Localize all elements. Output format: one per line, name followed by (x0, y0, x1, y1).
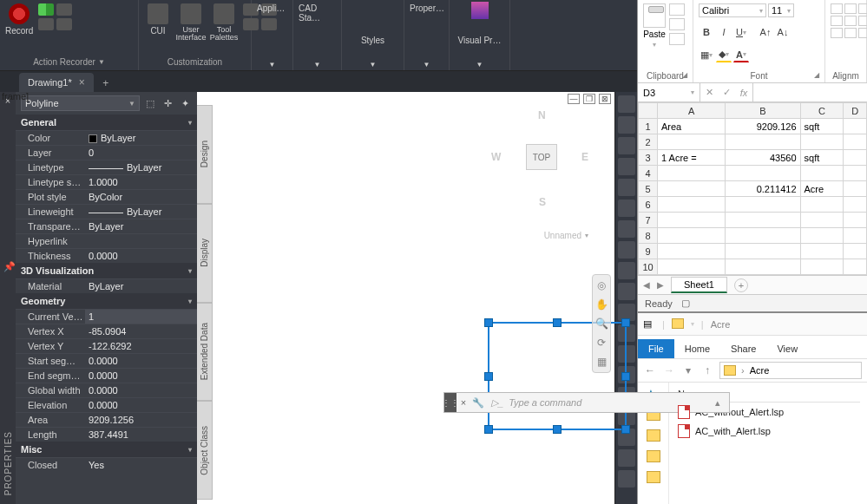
prop-value[interactable]: 1.0000 (85, 175, 197, 189)
prop-row[interactable]: End segme…0.0000 (16, 368, 197, 383)
close-icon[interactable]: ⊠ (599, 94, 611, 104)
row-header[interactable]: 6 (639, 197, 658, 213)
cell[interactable] (800, 228, 844, 244)
drawing-canvas[interactable]: — ❐ ⊠ TOP N S E W Unnamed ▾ (197, 92, 614, 504)
cell[interactable]: 43560 (726, 150, 800, 166)
prop-row[interactable]: ClosedYes (16, 457, 197, 472)
cell[interactable] (726, 228, 800, 244)
chevron-down-icon[interactable]: ▾ (691, 320, 694, 328)
add-tab-button[interactable]: + (97, 75, 115, 92)
italic-button[interactable]: I (716, 24, 732, 40)
borders-button[interactable]: ▦▾ (699, 47, 714, 62)
bold-button[interactable]: B (699, 24, 714, 40)
prop-row[interactable]: Hyperlink (16, 233, 197, 248)
grip-vertex[interactable] (484, 425, 493, 434)
dialog-launcher-icon[interactable]: ◢ (814, 71, 819, 79)
cell[interactable] (844, 213, 867, 228)
column-header[interactable]: C (800, 103, 844, 119)
panel-title-customization[interactable]: Customization (144, 56, 246, 69)
cell[interactable] (844, 259, 867, 275)
cell[interactable] (844, 197, 867, 213)
object-type-dropdown[interactable]: Polyline ▼ (21, 95, 140, 111)
font-name-combobox[interactable]: Calibri▾ (699, 3, 766, 17)
cell[interactable] (658, 181, 726, 197)
recorder-icon-4[interactable] (56, 18, 72, 30)
column-header[interactable]: A (658, 103, 726, 119)
file-item[interactable]: AC_with_Alert.lsp (676, 422, 860, 441)
zoom-extents-icon[interactable]: 🔍 (594, 317, 608, 331)
user-interface-button[interactable]: User Interface (177, 3, 205, 42)
side-tab-object-class[interactable]: Object Class (197, 401, 213, 500)
record-button[interactable]: Record (5, 3, 33, 36)
toolbar-icon[interactable] (618, 241, 635, 259)
tab-view[interactable]: View (766, 339, 808, 358)
pin-icon[interactable]: 📌 (3, 261, 12, 270)
row-header[interactable]: 10 (639, 259, 658, 275)
tab-share[interactable]: Share (720, 339, 766, 358)
cell[interactable] (844, 134, 867, 150)
cell[interactable] (658, 213, 726, 228)
row-header[interactable]: 8 (639, 228, 658, 244)
up-icon[interactable]: ↑ (700, 364, 714, 376)
row-header[interactable]: 9 (639, 244, 658, 259)
cell[interactable] (800, 166, 844, 181)
align-left-icon[interactable] (831, 16, 843, 26)
toggle-pickadd-icon[interactable]: ✦ (178, 96, 192, 110)
side-tab-display[interactable]: Display (197, 204, 213, 303)
recorder-tools[interactable] (38, 3, 72, 30)
prop-value[interactable]: 0.0000 (85, 369, 197, 383)
cell[interactable] (726, 166, 800, 181)
cell[interactable] (658, 166, 726, 181)
orbit-icon[interactable]: ⟳ (594, 336, 608, 350)
prop-value[interactable]: Yes (85, 458, 197, 472)
cell[interactable] (658, 244, 726, 259)
viewcube-east[interactable]: E (581, 151, 588, 163)
ribbon-panel-applications[interactable]: Appli… ▼ (252, 0, 293, 70)
prop-section-misc[interactable]: Misc▾ (16, 442, 197, 457)
cut-icon[interactable] (669, 3, 685, 16)
toolbar-icon[interactable] (618, 470, 635, 488)
align-right-icon[interactable] (858, 16, 867, 26)
column-header[interactable]: B (726, 103, 800, 119)
name-box[interactable]: D3▾ (638, 83, 700, 101)
prop-value[interactable]: 0.0000 (85, 249, 197, 263)
panel-title-action-recorder[interactable]: Action Recorder ▼ (5, 56, 133, 69)
show-motion-icon[interactable]: ▦ (594, 355, 608, 369)
prop-row[interactable]: Global width0.0000 (16, 383, 197, 397)
cell[interactable]: 1 Acre = (658, 150, 726, 166)
toolbar-icon[interactable] (618, 449, 635, 467)
prop-value[interactable]: 0.0000 (85, 383, 197, 397)
close-icon[interactable]: × (79, 76, 85, 88)
cell[interactable]: Area (658, 119, 726, 134)
cell[interactable] (726, 213, 800, 228)
forward-icon[interactable]: → (662, 364, 676, 376)
cell[interactable]: 0.211412 (726, 181, 800, 197)
sheet-nav-prev-icon[interactable]: ◀ (643, 280, 650, 290)
drawing-tab[interactable]: Drawing1* × (19, 73, 94, 92)
tool-palettes-button[interactable]: Tool Palettes (210, 3, 238, 42)
grip-vertex[interactable] (484, 318, 493, 327)
formula-bar[interactable] (753, 83, 867, 101)
prop-section-viz3d[interactable]: 3D Visualization▾ (16, 263, 197, 278)
grip-midpoint[interactable] (553, 318, 562, 327)
toolbar-icon[interactable] (618, 262, 635, 279)
tab-home[interactable]: Home (674, 339, 720, 358)
folder-icon[interactable] (647, 429, 660, 442)
cell[interactable] (800, 134, 844, 150)
prop-row[interactable]: Vertex Y-122.6292 (16, 338, 197, 353)
cell[interactable] (844, 166, 867, 181)
prop-row[interactable]: Current Ver…1 (16, 309, 197, 324)
prop-row[interactable]: Layer0 (16, 145, 197, 160)
properties-icon[interactable]: ▤ (643, 318, 655, 331)
folder-icon[interactable] (647, 450, 660, 462)
side-tab-design[interactable]: Design (197, 105, 213, 204)
prop-value[interactable]: 1 (85, 310, 197, 324)
cell[interactable]: Acre (800, 181, 844, 197)
recent-locations-icon[interactable]: ▾ (681, 364, 695, 376)
address-bar[interactable]: › Acre (719, 362, 862, 379)
viewcube-south[interactable]: S (539, 196, 546, 208)
row-header[interactable]: 7 (639, 213, 658, 228)
align-middle-icon[interactable] (844, 3, 857, 14)
ribbon-panel-styles[interactable]: Styles ▼ (342, 0, 404, 70)
cell[interactable] (800, 197, 844, 213)
